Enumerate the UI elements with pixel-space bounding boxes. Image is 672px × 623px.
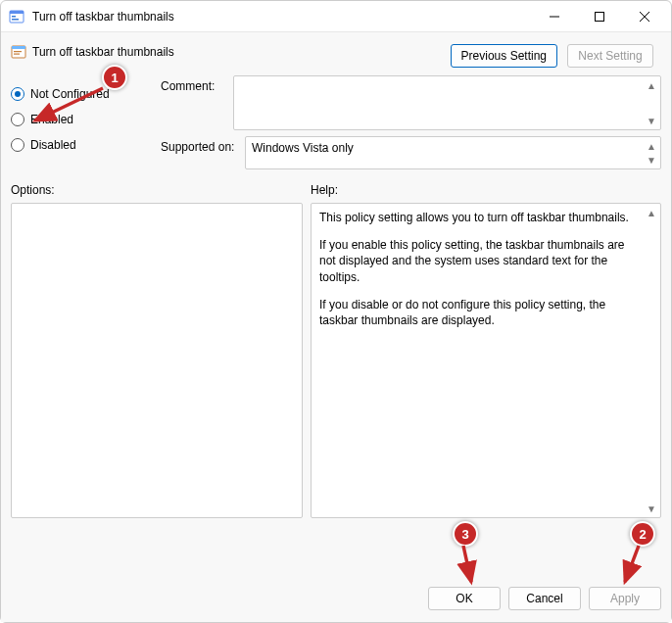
policy-editor-window: Turn off taskbar thumbnails <box>0 0 672 623</box>
supported-label: Supported on: <box>161 136 239 154</box>
help-paragraph: If you disable or do not configure this … <box>319 297 641 328</box>
scroll-down-icon[interactable]: ▼ <box>645 114 658 127</box>
svg-rect-11 <box>14 54 20 55</box>
svg-rect-10 <box>14 51 22 52</box>
options-pane <box>11 203 303 518</box>
ok-button[interactable]: OK <box>428 587 501 610</box>
svg-rect-9 <box>12 46 25 49</box>
content-area: Turn off taskbar thumbnails Previous Set… <box>1 32 671 577</box>
cancel-button[interactable]: Cancel <box>508 587 581 610</box>
scrollbar[interactable]: ▲ ▼ <box>645 78 658 127</box>
svg-rect-3 <box>12 19 19 21</box>
scrollbar[interactable]: ▲ ▼ <box>645 206 658 515</box>
comment-label: Comment: <box>161 75 227 93</box>
state-radio-group: Not Configured Enabled Disabled <box>11 75 153 169</box>
supported-value: Windows Vista only <box>252 141 354 155</box>
scroll-up-icon[interactable]: ▲ <box>645 139 658 153</box>
radio-enabled[interactable]: Enabled <box>11 113 153 126</box>
radio-not-configured[interactable]: Not Configured <box>11 87 153 101</box>
help-pane: This policy setting allows you to turn o… <box>311 203 661 518</box>
radio-icon <box>11 87 24 101</box>
radio-icon <box>11 138 24 152</box>
policy-title-text: Turn off taskbar thumbnails <box>32 45 174 59</box>
maximize-button[interactable] <box>577 2 622 31</box>
titlebar: Turn off taskbar thumbnails <box>1 1 671 32</box>
close-button[interactable] <box>622 2 667 31</box>
policy-icon <box>11 44 26 60</box>
scrollbar[interactable]: ▲ ▼ <box>645 139 658 167</box>
help-label: Help: <box>311 183 338 197</box>
radio-label: Disabled <box>30 138 76 152</box>
help-paragraph: This policy setting allows you to turn o… <box>319 210 641 225</box>
radio-icon <box>11 113 24 126</box>
svg-rect-2 <box>12 16 16 18</box>
radio-label: Not Configured <box>30 87 110 101</box>
scroll-up-icon[interactable]: ▲ <box>645 206 658 219</box>
options-label: Options: <box>11 183 303 197</box>
scroll-down-icon[interactable]: ▼ <box>645 153 658 167</box>
apply-button[interactable]: Apply <box>589 587 661 610</box>
dialog-footer: OK Cancel Apply <box>1 577 671 622</box>
radio-label: Enabled <box>30 113 73 126</box>
help-paragraph: If you enable this policy setting, the t… <box>319 237 641 285</box>
supported-field: Windows Vista only ▲ ▼ <box>245 136 661 169</box>
comment-field[interactable]: ▲ ▼ <box>233 75 661 130</box>
radio-disabled[interactable]: Disabled <box>11 138 153 152</box>
minimize-button[interactable] <box>532 2 577 31</box>
app-icon <box>9 9 24 24</box>
window-controls <box>532 2 667 31</box>
window-title: Turn off taskbar thumbnails <box>32 10 532 24</box>
svg-rect-5 <box>596 12 604 21</box>
svg-rect-1 <box>10 11 24 14</box>
previous-setting-button[interactable]: Previous Setting <box>451 44 557 68</box>
policy-header: Turn off taskbar thumbnails <box>11 40 451 60</box>
scroll-down-icon[interactable]: ▼ <box>645 502 658 515</box>
scroll-up-icon[interactable]: ▲ <box>645 78 658 92</box>
next-setting-button[interactable]: Next Setting <box>567 44 653 68</box>
